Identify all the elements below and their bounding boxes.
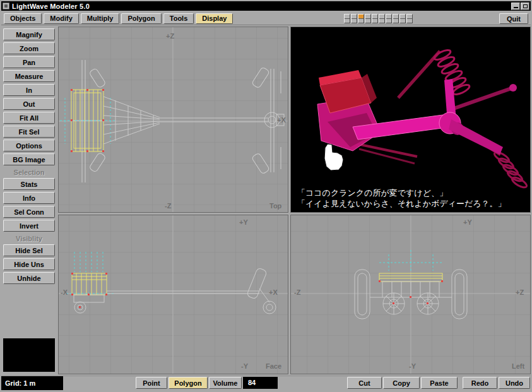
window-controls xyxy=(511,3,529,10)
fit-sel-button[interactable]: Fit Sel xyxy=(3,126,55,138)
app-icon xyxy=(3,3,9,9)
menubar: Objects Modify Multiply Polygon Tools Di… xyxy=(1,12,531,25)
viewport-name-label: Face xyxy=(266,362,281,370)
hide-sel-button[interactable]: Hide Sel xyxy=(3,244,55,256)
layer-button-5[interactable] xyxy=(372,14,378,23)
undo-button[interactable]: Undo xyxy=(499,377,530,389)
viewport-area: +Z +X -Z Top xyxy=(58,27,531,374)
magnify-button[interactable]: Magnify xyxy=(3,28,55,40)
caption-line-2: 「イイよ見えないからさ、それよかボディーだろ？。」 xyxy=(297,198,505,209)
preview-captions: 「ココのクランクの所が変ですけど、」 「イイよ見えないからさ、それよかボディーだ… xyxy=(297,187,505,209)
polygon-mode-button[interactable]: Polygon xyxy=(168,377,208,389)
measure-button[interactable]: Measure xyxy=(3,70,55,82)
viewport-name-label: Left xyxy=(512,362,524,370)
fit-all-button[interactable]: Fit All xyxy=(3,112,55,124)
tab-multiply[interactable]: Multiply xyxy=(81,13,120,24)
layer-button-4[interactable] xyxy=(365,14,371,23)
sidebar-display-box xyxy=(3,338,55,372)
viewport-left[interactable]: +Y -Z +Z -Y Left xyxy=(290,215,531,374)
layer-button-9[interactable] xyxy=(399,14,406,23)
layer-button-3[interactable] xyxy=(358,14,364,23)
tab-objects[interactable]: Objects xyxy=(4,13,42,24)
caption-line-1: 「ココのクランクの所が変ですけど、」 xyxy=(297,187,505,198)
axis-label-right: +X xyxy=(277,116,286,124)
axis-label-right: +X xyxy=(269,288,278,296)
options-button[interactable]: Options xyxy=(3,140,55,151)
preview-canvas xyxy=(291,27,530,212)
stats-button[interactable]: Stats xyxy=(3,178,55,190)
axis-label-left: -X xyxy=(61,288,68,296)
axis-label-top: +Y xyxy=(239,218,248,226)
selection-count-display: 84 xyxy=(243,377,278,389)
out-button[interactable]: Out xyxy=(3,98,55,110)
cut-button[interactable]: Cut xyxy=(347,377,382,389)
hide-uns-button[interactable]: Hide Uns xyxy=(3,258,55,270)
viewport-top[interactable]: +Z +X -Z Top xyxy=(58,27,288,213)
redo-button[interactable]: Redo xyxy=(463,377,497,389)
bg-image-button[interactable]: BG Image xyxy=(3,153,55,165)
minimize-icon xyxy=(514,7,518,8)
window-title: LightWave Modeler 5.0 xyxy=(12,3,90,10)
titlebar[interactable]: LightWave Modeler 5.0 xyxy=(1,1,531,11)
info-button[interactable]: Info xyxy=(3,192,55,204)
tab-tools[interactable]: Tools xyxy=(163,13,194,24)
restore-button[interactable] xyxy=(521,3,529,10)
minimize-button[interactable] xyxy=(511,3,520,10)
tab-modify[interactable]: Modify xyxy=(44,13,78,24)
axis-label-bottom: -Y xyxy=(409,362,416,370)
layer-button-8[interactable] xyxy=(393,14,399,23)
top-view-canvas xyxy=(59,27,288,213)
layer-button-2[interactable] xyxy=(351,14,357,23)
viewport-name-label: Top xyxy=(269,202,281,210)
point-mode-button[interactable]: Point xyxy=(136,377,167,389)
axis-label-bottom: -Y xyxy=(241,362,248,370)
volume-mode-button[interactable]: Volume xyxy=(209,377,242,389)
layer-button-10[interactable] xyxy=(406,14,413,23)
zoom-button[interactable]: Zoom xyxy=(3,42,55,54)
tab-display[interactable]: Display xyxy=(196,13,233,24)
layer-button-1[interactable] xyxy=(344,14,350,23)
layer-button-7[interactable] xyxy=(386,14,392,23)
in-button[interactable]: In xyxy=(3,84,55,96)
sidebar: Magnify Zoom Pan Measure In Out Fit All … xyxy=(1,27,57,374)
pan-button[interactable]: Pan xyxy=(3,56,55,68)
left-view-canvas xyxy=(291,215,530,374)
quit-button[interactable]: Quit xyxy=(499,13,528,24)
axis-label-left: -Z xyxy=(294,288,300,296)
layer-button-6[interactable] xyxy=(379,14,385,23)
grid-size-display: Grid: 1 m xyxy=(1,376,63,390)
axis-label-right: +Z xyxy=(516,288,524,296)
face-view-canvas xyxy=(59,215,288,374)
layer-strip xyxy=(344,14,413,23)
lightwave-modeler-window: LightWave Modeler 5.0 Objects Modify Mul… xyxy=(0,0,532,392)
viewport-preview[interactable]: 「ココのクランクの所が変ですけど、」 「イイよ見えないからさ、それよかボディーだ… xyxy=(290,27,531,213)
invert-button[interactable]: Invert xyxy=(3,220,55,232)
axis-label-bottom: -Z xyxy=(165,202,171,210)
tab-polygon[interactable]: Polygon xyxy=(121,13,161,24)
axis-label-top: +Y xyxy=(463,218,472,226)
statusbar: Grid: 1 m Point Polygon Volume 84 Cut Co… xyxy=(1,376,531,391)
unhide-button[interactable]: Unhide xyxy=(3,272,55,284)
copy-button[interactable]: Copy xyxy=(383,377,420,389)
visibility-section-label: Visiblity xyxy=(3,235,55,242)
paste-button[interactable]: Paste xyxy=(421,377,458,389)
restore-icon xyxy=(523,4,528,8)
sel-conn-button[interactable]: Sel Conn xyxy=(3,206,55,218)
axis-label-top: +Z xyxy=(166,32,174,40)
selection-section-label: Selection xyxy=(3,169,55,176)
viewport-face[interactable]: +Y -X +X -Y Face xyxy=(58,215,288,374)
